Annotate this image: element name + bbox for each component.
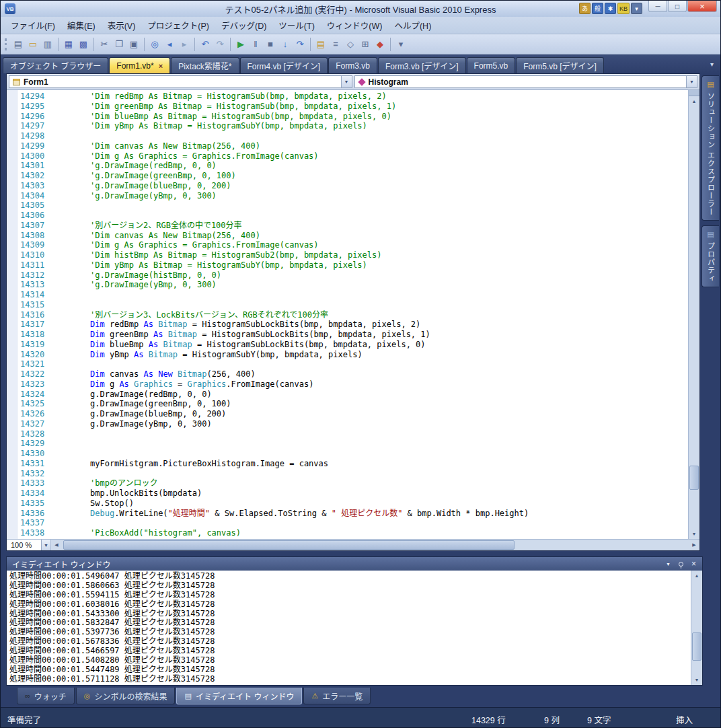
code-line[interactable]: 'g.DrawImage(histBmp, 0, 0) [90,270,688,281]
code-line[interactable]: Dim redBmp As Bitmap = HistogramSubLockB… [90,320,688,330]
open-file-icon[interactable]: ▭ [26,37,40,52]
document-tab[interactable]: Form1.vb*× [109,57,170,73]
undo-icon[interactable]: ↶ [198,37,213,52]
object-browser-icon[interactable]: ◇ [343,37,358,52]
code-line[interactable]: 'bmpのアンロック [90,478,688,488]
code-line[interactable] [90,429,688,439]
code-line[interactable]: Dim blueBmp As Bitmap = HistogramSubLock… [90,340,688,350]
tool-tab-immediate-window[interactable]: ▤イミディエイト ウィンドウ [176,688,302,704]
scroll-up-icon[interactable] [689,96,699,106]
ime-options-icon[interactable]: ▾ [631,3,642,14]
ime-tools-icon[interactable]: ✱ [605,3,616,14]
new-project-icon[interactable]: ▤ [11,37,26,52]
code-line[interactable]: g.DrawImage(blueBmp, 0, 200) [90,409,688,419]
close-button[interactable]: × [687,1,717,12]
navigate-forward-icon[interactable]: ▸ [177,37,192,52]
code-line[interactable] [90,300,688,310]
find-icon[interactable]: ◎ [147,37,162,52]
document-tab[interactable]: Form4.vb [デザイン] [240,57,328,73]
code-line[interactable]: g.DrawImage(greenBmp, 0, 100) [90,399,688,409]
editor-vertical-scrollbar[interactable] [688,90,699,539]
code-line[interactable]: 'Dim canvas As New Bitmap(256, 400) [90,231,688,241]
code-line[interactable]: 'g.DrawImage(yBmp, 0, 300) [90,191,688,201]
document-tab[interactable]: Form3.vb [デザイン] [378,57,466,73]
code-line[interactable] [90,439,688,449]
code-line[interactable] [90,201,688,211]
code-line[interactable]: 'Dim histBmp As Bitmap = HistogramSub2(b… [90,250,688,260]
code-line[interactable]: Dim greenBmp As Bitmap = HistogramSubLoc… [90,330,688,340]
document-tab[interactable]: Form5.vb [デザイン] [516,57,604,73]
chevron-down-icon[interactable] [41,540,50,550]
toolbar-grip[interactable] [5,38,7,50]
code-line[interactable]: 'g.DrawImage(blueBmp, 0, 200) [90,181,688,191]
close-icon[interactable] [688,559,699,569]
tool-tab-symbol-search-results[interactable]: ◎シンボルの検索結果 [76,688,176,704]
close-icon[interactable]: × [159,62,163,70]
code-line[interactable]: 'Dim redBmp As Bitmap = HistogramSub(bmp… [90,92,688,102]
chevron-down-icon[interactable] [341,76,352,87]
member-dropdown[interactable]: Histogram [354,75,698,88]
document-tab[interactable]: Form5.vb [467,57,516,73]
immediate-vertical-scrollbar[interactable] [691,571,702,685]
scroll-down-icon[interactable] [691,675,702,685]
menu-item[interactable]: ウィンドウ(W) [321,16,389,34]
tool-tab-watch[interactable]: ∞ウォッチ [17,688,75,704]
step-over-icon[interactable]: ↷ [293,37,307,52]
paste-icon[interactable]: ▣ [126,37,141,52]
document-tab[interactable]: オブジェクト ブラウザー [3,57,108,73]
menu-item[interactable]: ツール(T) [272,16,320,34]
code-line[interactable]: 'Dim greenBmp As Bitmap = HistogramSub(b… [90,102,688,112]
code-line[interactable]: 'g.DrawImage(yBmp, 0, 300) [90,280,688,290]
code-line[interactable] [90,290,688,300]
code-line[interactable]: g.DrawImage(redBmp, 0, 0) [90,390,688,400]
scroll-right-icon[interactable] [689,540,699,550]
scroll-left-icon[interactable] [51,540,62,550]
document-tab[interactable]: Pixtack紫陽花* [171,57,239,73]
document-tab[interactable]: Form3.vb [328,57,377,73]
immediate-header[interactable]: イミディエイト ウィンドウ [7,557,702,571]
solution-explorer-icon[interactable]: ▤ [313,37,328,52]
redo-icon[interactable]: ↷ [213,37,227,52]
save-all-icon[interactable]: ▩ [76,37,91,52]
ime-keyboard-icon[interactable]: KB [617,3,630,14]
immediate-output[interactable]: 処理時間00:00:01.5496047 処理ピクセル数3145728処理時間0… [7,571,691,685]
code-line[interactable] [90,449,688,459]
code-line[interactable] [90,359,688,369]
scroll-down-icon[interactable] [689,529,699,539]
side-tab-properties[interactable]: ▤プロパティ [701,225,719,287]
pin-icon[interactable] [675,559,687,569]
scroll-up-icon[interactable] [691,571,702,581]
menu-item[interactable]: 表示(V) [102,16,142,34]
object-dropdown[interactable]: Form1 [9,75,352,88]
code-line[interactable]: 'Dim canvas As New Bitmap(256, 400) [90,141,688,151]
code-line[interactable]: myFormHistgram.PictureBoxHistogram.Image… [90,459,688,469]
copy-icon[interactable]: ❐ [112,37,126,52]
code-line[interactable]: Dim canvas As New Bitmap(256, 400) [90,369,688,379]
code-line[interactable]: 'g.DrawImage(greenBmp, 0, 100) [90,171,688,181]
title-bar[interactable]: VB テスト05-2パネル追加 (実行中) - Microsoft Visual… [1,1,720,17]
scrollbar-track[interactable] [62,540,689,550]
scrollbar-track[interactable] [691,581,702,675]
navigate-back-icon[interactable]: ◂ [162,37,177,52]
splitter-handle[interactable] [689,90,699,96]
ime-conversion-mode-icon[interactable]: 般 [592,3,603,14]
code-line[interactable]: 'Dim yBmp As Bitmap = HistogramSubY(bmp,… [90,121,688,131]
menu-item[interactable]: ファイル(F) [5,16,61,34]
minimize-button[interactable]: ─ [648,1,667,12]
scrollbar-thumb[interactable] [689,466,699,490]
toolbar-options-icon[interactable]: ▾ [393,37,408,52]
breakpoint-margin[interactable] [7,90,17,539]
code-line[interactable] [90,518,688,528]
code-line[interactable]: 'Dim g As Graphics = Graphics.FromImage(… [90,240,688,250]
menu-item[interactable]: プロジェクト(P) [141,16,215,34]
code-line[interactable] [90,211,688,221]
stop-debug-icon[interactable]: ■ [263,37,278,52]
code-line[interactable]: Sw.Stop() [90,499,688,509]
code-line[interactable]: 'Dim g As Graphics = Graphics.FromImage(… [90,151,688,161]
window-position-icon[interactable] [662,559,674,569]
save-icon[interactable]: ▦ [61,37,76,52]
code-line[interactable] [90,469,688,479]
scrollbar-track[interactable] [689,106,699,529]
code-line[interactable]: '別バージョン3、LockBitsバージョン、RGBそれぞれで100分率 [90,310,688,320]
extensions-icon[interactable]: ◆ [373,37,387,52]
